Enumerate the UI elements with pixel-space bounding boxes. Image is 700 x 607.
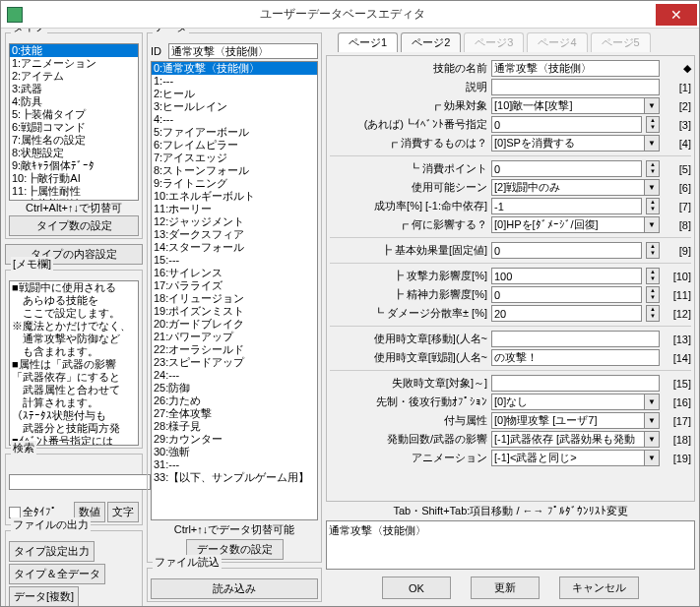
close-button[interactable]: ✕ <box>656 4 697 26</box>
spinner-icon[interactable]: ▲▼ <box>646 268 660 284</box>
type-item[interactable]: 7:属性名の設定 <box>10 134 138 147</box>
data-item[interactable]: 17:パラライズ <box>152 279 317 292</box>
property-text-input[interactable] <box>491 349 660 366</box>
dropdown-icon[interactable]: ▼ <box>644 135 660 152</box>
property-combo[interactable] <box>491 97 644 114</box>
property-text-input[interactable] <box>491 79 660 95</box>
data-item[interactable]: 14:スターフォール <box>152 241 317 254</box>
property-number-input[interactable] <box>491 268 642 284</box>
data-item[interactable]: 20:ガードブレイク <box>152 318 317 331</box>
dropdown-icon[interactable]: ▼ <box>644 97 660 114</box>
spinner-icon[interactable]: ▲▼ <box>646 198 660 214</box>
memo-textarea[interactable]: ■戦闘中に使用される あらゆる技能を ここで設定します。※魔法とかだけでなく、 … <box>9 280 139 446</box>
file-output-button[interactable]: タイプ設定出力 <box>9 541 95 562</box>
spinner-icon[interactable]: ▲▼ <box>646 242 660 259</box>
type-item[interactable]: 5:┣装備タイプ <box>10 108 138 121</box>
update-button[interactable]: 更新 <box>471 577 540 599</box>
data-item[interactable]: 18:イリュージョン <box>152 292 317 305</box>
property-combo[interactable] <box>491 179 644 196</box>
data-item[interactable]: 0:通常攻撃〈技能側〉 <box>152 62 317 75</box>
type-item[interactable]: 3:武器 <box>10 83 138 95</box>
property-row: 発動回数/武器の影響▼[18] <box>330 430 691 449</box>
file-output-button[interactable]: データ[複数] <box>9 586 79 606</box>
property-combo[interactable] <box>491 412 644 429</box>
property-combo[interactable] <box>491 216 644 233</box>
all-type-checkbox[interactable] <box>9 507 21 518</box>
data-item[interactable]: 8:ストーンフォール <box>152 164 317 177</box>
type-item[interactable]: 11:┣属性耐性 <box>10 185 138 198</box>
data-item[interactable]: 12:ジャッジメント <box>152 215 317 228</box>
data-item[interactable]: 11:ホーリー <box>152 203 317 215</box>
type-count-button[interactable]: タイプ数の設定 <box>9 215 139 236</box>
property-combo[interactable] <box>491 135 644 152</box>
data-item[interactable]: 33:【以下、サンプルゲーム用】 <box>152 471 317 484</box>
spinner-icon[interactable]: ▲▼ <box>646 305 660 322</box>
data-item[interactable]: 30:強斬 <box>152 446 317 458</box>
type-item[interactable]: 10:┣敵行動AI <box>10 172 138 185</box>
data-item[interactable]: 16:サイレンス <box>152 267 317 279</box>
string-button[interactable]: 文字 <box>107 502 139 522</box>
dropdown-icon[interactable]: ▼ <box>644 394 660 410</box>
type-item[interactable]: 6:戦闘コマンド <box>10 121 138 134</box>
spinner-icon[interactable]: ▲▼ <box>646 160 660 177</box>
data-item[interactable]: 22:オーラシールド <box>152 343 317 356</box>
property-index: [6] <box>664 182 691 194</box>
data-item[interactable]: 15:--- <box>152 254 317 267</box>
data-item[interactable]: 29:カウンター <box>152 433 317 446</box>
dropdown-icon[interactable]: ▼ <box>644 179 660 196</box>
type-listbox[interactable]: 0:技能1:アニメーション2:アイテム3:武器4:防具5:┣装備タイプ6:戦闘コ… <box>9 43 139 201</box>
file-load-button[interactable]: 読み込み <box>151 578 318 599</box>
type-item[interactable]: 4:防具 <box>10 95 138 108</box>
type-item[interactable]: 2:アイテム <box>10 70 138 83</box>
data-item[interactable]: 6:フレイムピラー <box>152 139 317 152</box>
type-item[interactable]: 1:アニメーション <box>10 57 138 70</box>
data-item[interactable]: 19:ポイズンミスト <box>152 305 317 318</box>
type-item[interactable]: 8:状態設定 <box>10 147 138 159</box>
data-item[interactable]: 13:ダークスフィア <box>152 228 317 241</box>
property-combo[interactable] <box>491 450 644 466</box>
file-output-button[interactable]: タイプ＆全データ <box>9 564 105 584</box>
spinner-icon[interactable]: ▲▼ <box>646 286 660 303</box>
data-item[interactable]: 26:力ため <box>152 395 317 407</box>
type-item[interactable]: 9:敵ｷｬﾗ個体ﾃﾞｰﾀ <box>10 159 138 172</box>
data-item[interactable]: 7:アイスエッジ <box>152 152 317 164</box>
data-item[interactable]: 5:ファイアーボール <box>152 126 317 139</box>
property-number-input[interactable] <box>491 198 642 214</box>
data-item[interactable]: 10:エネルギーボルト <box>152 190 317 203</box>
property-number-input[interactable] <box>491 116 642 133</box>
data-item[interactable]: 25:防御 <box>152 382 317 395</box>
data-item[interactable]: 21:パワーアップ <box>152 331 317 343</box>
property-combo[interactable] <box>491 431 644 448</box>
type-item[interactable]: 0:技能 <box>10 44 138 57</box>
data-listbox[interactable]: 0:通常攻撃〈技能側〉1:---2:ヒール3:ヒールレイン4:---5:ファイア… <box>151 61 318 520</box>
page-tab[interactable]: ページ1 <box>338 32 398 52</box>
ok-button[interactable]: OK <box>382 577 451 599</box>
property-text-input[interactable] <box>491 60 660 77</box>
property-number-input[interactable] <box>491 305 642 322</box>
cancel-button[interactable]: キャンセル <box>559 577 639 599</box>
data-item[interactable]: 1:--- <box>152 75 317 88</box>
data-item[interactable]: 3:ヒールレイン <box>152 100 317 113</box>
data-item[interactable]: 31:--- <box>152 458 317 471</box>
data-item[interactable]: 28:様子見 <box>152 420 317 433</box>
search-input[interactable] <box>9 474 151 490</box>
id-input[interactable] <box>168 43 318 59</box>
property-combo[interactable] <box>491 394 644 410</box>
property-number-input[interactable] <box>491 286 642 303</box>
property-text-input[interactable] <box>491 375 660 392</box>
data-item[interactable]: 4:--- <box>152 113 317 126</box>
data-item[interactable]: 27:全体攻撃 <box>152 407 317 420</box>
data-item[interactable]: 9:ライトニング <box>152 177 317 190</box>
dropdown-icon[interactable]: ▼ <box>644 431 660 448</box>
property-number-input[interactable] <box>491 242 642 259</box>
spinner-icon[interactable]: ▲▼ <box>646 116 660 133</box>
data-item[interactable]: 2:ヒール <box>152 88 317 100</box>
dropdown-icon[interactable]: ▼ <box>644 450 660 466</box>
property-text-input[interactable] <box>491 331 660 347</box>
dropdown-icon[interactable]: ▼ <box>644 412 660 429</box>
dropdown-icon[interactable]: ▼ <box>644 216 660 233</box>
data-item[interactable]: 23:スピードアップ <box>152 356 317 369</box>
page-tab[interactable]: ページ2 <box>401 32 461 52</box>
data-item[interactable]: 24:--- <box>152 369 317 382</box>
property-number-input[interactable] <box>491 160 642 177</box>
